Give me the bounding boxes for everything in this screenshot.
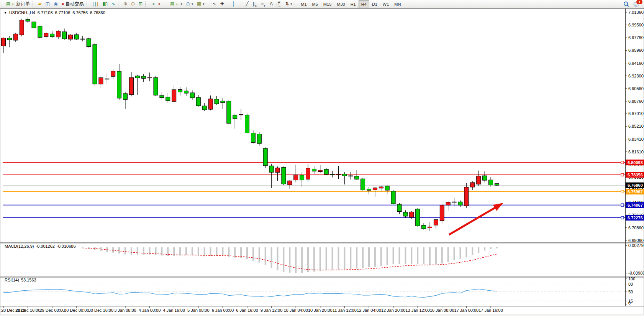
chart-shift-button[interactable]: ⇤ [156,0,164,8]
auto-scroll-icon: ⇥ [151,0,154,8]
macd-histogram-bar [216,247,218,256]
toolbar-group-panels: ▰◫◉●自动交易 [36,0,85,8]
zoom-in-icon: ⊕ [123,0,127,8]
toolbar-group-cursor-tools: ↖✚ [210,0,226,8]
macd-histogram-bar [417,247,418,264]
autotrading-button[interactable]: ●自动交易 [59,0,85,8]
time-axis-label: 13 Jan 12:00 [405,308,430,313]
new-chart-button[interactable]: ▤＋▾ [168,0,184,8]
profiles-icon-icon: ▰ [38,0,41,8]
timeframe-d1-button[interactable]: D1 [369,0,380,8]
timeframe-m30-button[interactable]: M30 [334,0,347,8]
cursor-button[interactable]: ↖ [210,0,218,8]
zoom-out-icon: ⊖ [131,0,135,8]
hline-resistance-2-handle[interactable] [621,173,624,176]
rsi-value: 53.1563 [21,278,36,282]
tile-windows-button[interactable]: ⊞ [137,0,144,8]
macd-histogram-bar [326,247,327,270]
crosshair-button[interactable]: ✚ [218,0,226,8]
rsi-scale-label: 80 [628,282,633,286]
candle [38,24,42,39]
macd-histogram-bar [393,247,394,264]
horizontal-line-button[interactable]: ─ [237,0,244,8]
notification-badge: 1 [636,0,642,4]
line-chart-button[interactable]: ∿ [110,0,117,8]
hline-resistance-1-handle[interactable] [621,161,624,164]
macd-histogram-bar [131,247,132,255]
time-axis-label: 9 Jan 12:00 [261,308,283,313]
macd-histogram-bar [204,247,205,256]
timeframe-w1-button[interactable]: W1 [380,0,392,8]
news-icon[interactable]: ◉ [52,0,59,8]
rsi-label: RSI(14)53.1563 [5,278,38,282]
candle [263,147,267,168]
bar-chart-button[interactable]: ∣∣∣ [90,0,101,8]
text-button[interactable]: A [268,0,275,8]
rsi-scale-label: 100 [628,276,635,281]
time-axis-label: 16 Jan 08:00 [430,308,454,313]
zoom-out-button[interactable]: ⊖ [129,0,137,8]
icon-subscript: F [264,4,266,8]
chevron-down-icon[interactable]: ▾ [203,2,204,6]
timeframe-m1-button[interactable]: M1 [298,0,309,8]
trendline-button[interactable]: ╱ [244,0,251,8]
hline-support-2-handle[interactable] [621,216,624,219]
new-order-icon: ▤＋ [6,0,15,8]
chevron-down-icon[interactable]: ▾ [192,2,193,6]
candle [20,19,24,36]
macd-histogram-bar [320,247,321,271]
macd-histogram-bar [210,247,211,256]
time-axis-label: 5 Jan 08:00 [187,308,210,313]
price-axis-label: 6.92360 [628,74,644,78]
notifications-icon[interactable]: 1 [633,1,640,7]
chart-title: ▼ USDCNH-,H4 6.77103 6.77106 6.76756 6.7… [4,10,105,15]
data-window-icon[interactable]: ◫ [44,0,52,8]
time-axis-label: 17 Jan 16:00 [478,308,503,313]
timeframe-mn-button[interactable]: MN [392,0,403,8]
hline-support-2-price-badge-text: 6.72276 [628,216,643,220]
hline-resistance-2-price-badge-text: 6.78356 [628,173,643,177]
macd-scale-min: -0.03986 [628,271,644,275]
macd-histogram-bar [374,247,376,267]
toolbar-separator [87,1,89,7]
timeframe-m15-button-label: M15 [323,2,331,7]
new-order-button[interactable]: ▤＋新订单 [4,0,32,8]
periods-icon: ◴ [186,0,190,8]
low-value: 6.76756 [72,10,88,15]
hline-pivot-handle[interactable] [621,190,624,193]
macd-histogram-bar [454,247,455,260]
chart-canvas[interactable]: 7.013606.995606.977606.959606.941606.923… [0,0,644,316]
news-icon-icon: ◉ [54,0,57,8]
timeframe-m5-button[interactable]: M5 [310,0,321,8]
chart-shift-icon: ⇤ [158,0,162,8]
timeframe-h1-button[interactable]: H1 [348,0,359,8]
arrows-button[interactable]: ⇅▾ [283,0,294,8]
text-label-button[interactable]: T [275,0,283,8]
hline-support-1-handle[interactable] [621,204,624,206]
zoom-in-button[interactable]: ⊕ [121,0,129,8]
tile-windows-icon: ⊞ [139,0,143,8]
price-axis-label: 6.94160 [628,61,644,66]
timeframe-h4-button[interactable]: H4 [359,0,369,8]
macd-histogram-bar [496,247,498,249]
chart-menu-arrow-icon[interactable]: ▼ [4,11,7,15]
profiles-icon[interactable]: ▰ [36,0,43,8]
trendline-icon: ╱ [246,0,249,8]
auto-scroll-button[interactable]: ⇥ [149,0,156,8]
price-axis-label: 6.69060 [628,238,644,243]
timeframe-m15-button[interactable]: M15 [321,0,334,8]
search-icon[interactable] [623,1,629,7]
equidistant-channel-button[interactable]: ∥E [251,0,259,8]
vertical-line-button[interactable]: │ [230,0,237,8]
time-axis-label: 6 Jan 00:00 [212,308,234,313]
chevron-down-icon[interactable]: ▾ [290,2,292,6]
price-axis-label: 6.99560 [628,23,644,27]
templates-button[interactable]: ▦▾ [195,0,206,8]
time-axis-label: 12 Jan 04:00 [357,308,381,313]
candle [227,100,231,124]
candlestick-chart-button[interactable]: ▮▯ [101,0,110,8]
chevron-down-icon[interactable]: ▾ [181,2,182,6]
periods-button[interactable]: ◴▾ [184,0,195,8]
macd-histogram-bar [399,247,400,264]
fibonacci-button[interactable]: ≡F [259,0,268,8]
